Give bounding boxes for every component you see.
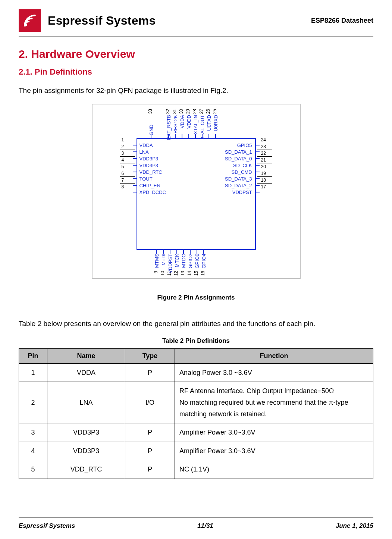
pin-tick [215,134,216,138]
pin-label: VDD3P3 [139,163,159,168]
pin-tick [133,158,137,159]
pin-definitions-table: Pin Name Type Function 1VDDAPAnalog Powe… [19,348,373,479]
table-row: 3VDD3P3PAmplifier Power 3.0~3.6V [19,423,373,442]
separator-line [120,150,135,150]
svg-point-0 [24,23,27,26]
pin-label: TOUT [139,176,153,182]
pin-number: 7 [122,178,124,183]
footer-center: 11/31 [197,522,213,530]
pin-label: SD_DATA_3 [225,176,252,182]
pin-label: GPIO0 [194,254,200,269]
pin-tick [133,165,137,166]
figure-caption: Figure 2 Pin Assignments [19,294,373,301]
pin-label: EXT_RSTB [166,115,172,140]
table-cell: LNA [47,382,125,423]
pin-tick [183,250,184,254]
table-cell: 4 [19,442,47,460]
pin-number: 28 [192,109,197,114]
pin-tick [256,185,260,186]
figure-wrapper: 1VDDA2LNA3VDD3P34VDD3P35VDD_RTC6TOUT7CHI… [19,104,373,279]
separator-line [257,170,272,170]
pin-number: 2 [122,144,124,149]
pin-number: 20 [261,164,266,169]
pin-tick [133,145,137,145]
pin-number: 6 [122,171,124,176]
table-cell: VDD3P3 [47,442,125,460]
document-id: ESP8266 Datasheet [311,17,373,25]
table-cell: Amplifier Power 3.0~3.6V [175,423,373,442]
pin-label: SD_DATA_2 [225,183,252,188]
pin-label: MTDI [161,254,166,266]
section-heading-2: 2. Hardware Overview [19,48,373,60]
pin-label: SD_DATA_0 [225,156,252,162]
pin-number: 33 [148,109,153,114]
pin-tick [163,250,164,254]
pin-tick [203,250,204,254]
pin-label: VDDD [186,115,192,129]
col-pin: Pin [19,348,47,363]
pin-label: VDDA [139,142,153,148]
pin-tick [133,185,137,186]
company-name: Espressif Systems [48,14,156,28]
pin-tick [208,134,209,138]
pin-number: 27 [199,109,204,114]
table-cell: 5 [19,460,47,479]
pin-number: 4 [122,157,124,163]
pin-label: MTCK [174,254,180,267]
header-left: Espressif Systems [19,9,156,32]
pin-tick [256,165,260,166]
table-cell: VDDA [47,363,125,382]
table-cell: Analog Power 3.0 ~3.6V [175,363,373,382]
page-footer: Espressif Systems 11/31 June 1, 2015 [19,517,373,530]
pin-label: SD_DATA_1 [225,149,252,155]
intro-paragraph: The pin assignments for 32-pin QFN packa… [19,85,373,96]
separator-line [120,183,135,184]
section-heading-2-1: 2.1. Pin Definitions [19,67,373,77]
pin-number: 15 [194,271,199,276]
espressif-logo-icon [19,9,41,32]
pin-tick [182,134,182,138]
pin-label: VDD3P3 [139,156,159,162]
table-title: Table 2 Pin Definitions [19,337,373,345]
table-cell: 1 [19,363,47,382]
table-cell: P [125,363,175,382]
pin-tick [256,178,260,179]
pin-tick [133,172,137,172]
table-row: 5VDD_RTCPNC (1.1V) [19,460,373,479]
pin-label: GPIO5 [237,142,252,148]
table-cell: VDD_RTC [47,460,125,479]
pin-number: 8 [122,184,124,189]
separator-line [257,150,272,150]
pin-number: 17 [261,184,266,189]
table-cell: P [125,442,175,460]
table-cell: P [125,423,175,442]
pin-label: GPIO4 [201,254,207,269]
pin-label: VDDPST [167,254,173,273]
table-cell: P [125,460,175,479]
pin-label: XTAL_IN [193,115,198,134]
pin-label: VDDA [179,115,185,128]
pin-tick [188,134,189,138]
pin-tick [156,250,157,254]
table-cell: 2 [19,382,47,423]
pin-tick [256,158,260,159]
pin-number: 32 [165,109,170,114]
pin-number: 10 [160,271,165,276]
pin-tick [195,134,196,138]
pin-label: SD_CMD [232,169,252,175]
pin-tick [256,145,260,145]
pin-tick [256,172,260,172]
pin-number: 5 [122,164,124,169]
pin-label: CHIP_EN [139,183,160,188]
table-cell: 3 [19,423,47,442]
table-row: 2LNAI/ORF Antenna Interface. Chip Output… [19,382,373,423]
pin-label: MTMS [154,254,160,268]
col-name: Name [47,348,125,363]
table-intro-paragraph: Table 2 below presents an overview on th… [19,318,373,329]
pin-tick [133,178,137,179]
pin-number: 16 [200,271,206,276]
separator-line [257,143,272,143]
pin-tick [256,192,260,192]
pin-label: VDD_RTC [139,169,162,175]
pin-number: 26 [206,109,211,114]
